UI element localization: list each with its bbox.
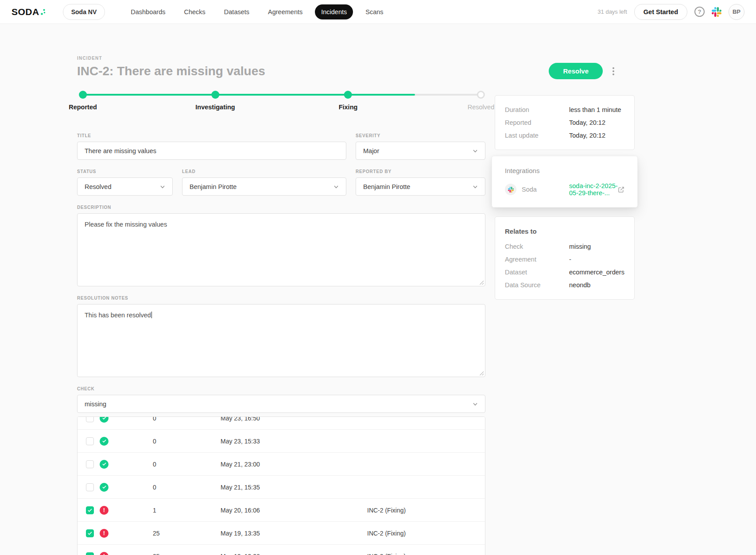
resolution-notes-text: This has been resolved [85, 312, 151, 319]
scan-value: 0 [153, 438, 221, 445]
check-value: missing [85, 401, 106, 408]
scan-date: May 21, 23:00 [221, 461, 367, 468]
nav-item-incidents[interactable]: Incidents [315, 4, 353, 19]
relates-to-card: Relates to Check missing Agreement - Dat… [495, 216, 635, 300]
relates-agreement-label: Agreement [505, 256, 569, 263]
trial-days-left: 31 days left [597, 8, 627, 15]
row-checkbox[interactable] [86, 506, 94, 514]
reported-label: Reported [505, 119, 569, 126]
row-checkbox[interactable] [86, 529, 94, 537]
resolve-button[interactable]: Resolve [549, 63, 603, 79]
reported-by-select[interactable]: Benjamin Pirotte [356, 177, 485, 196]
check-status-icon: ! [100, 529, 109, 538]
progress-step-label: Investigating [195, 104, 235, 111]
title-label: TITLE [77, 133, 346, 138]
scan-incident: INC-2 (Fixing) [367, 530, 485, 537]
soda-logo-dots-icon [40, 7, 46, 16]
status-select[interactable]: Resolved [77, 177, 173, 196]
scan-results-table: ! 0 May 23, 16:50 ! 0 May 23, 15:33 [77, 416, 485, 555]
check-status-icon: ! [100, 483, 109, 492]
slack-icon[interactable] [712, 7, 721, 17]
relates-dataset-link[interactable]: ecommerce_orders [569, 269, 624, 276]
scan-incident: INC-2 (Fixing) [367, 507, 485, 514]
relates-check-label: Check [505, 243, 569, 250]
scan-row[interactable]: ! 0 May 23, 16:50 [78, 416, 485, 430]
integrations-card: Integrations Soda soda-inc-2-2025-05-29-… [492, 156, 638, 208]
user-avatar[interactable]: BP [729, 4, 744, 20]
description-label: DESCRIPTION [77, 205, 485, 210]
integration-channel-link[interactable]: soda-inc-2-2025-05-29-there-... [569, 182, 618, 197]
chevron-down-icon [333, 184, 339, 189]
help-icon[interactable]: ? [694, 7, 705, 17]
incident-summary-card: Duration less than 1 minute Reported Tod… [495, 95, 635, 150]
check-status-icon: ! [100, 460, 109, 469]
scan-date: May 23, 16:50 [221, 416, 367, 422]
nav-item-agreements[interactable]: Agreements [262, 4, 309, 19]
scan-value: 1 [153, 507, 221, 514]
row-checkbox[interactable] [86, 416, 94, 422]
reported-value: Today, 20:12 [569, 119, 605, 126]
scan-row[interactable]: ! 25 May 19, 13:35 INC-2 (Fixing) [78, 522, 485, 545]
lead-select[interactable]: Benjamin Pirotte [182, 177, 346, 196]
chevron-down-icon [473, 148, 478, 154]
scan-value: 25 [153, 553, 221, 555]
integrations-title: Integrations [505, 167, 624, 174]
severity-select[interactable]: Major [356, 142, 485, 160]
scan-row[interactable]: ! 1 May 20, 16:06 INC-2 (Fixing) [78, 499, 485, 522]
scan-value: 0 [153, 461, 221, 468]
incident-page: INCIDENT INC-2: There are missing values… [0, 24, 617, 555]
relates-check-link[interactable]: missing [569, 243, 591, 250]
org-switcher[interactable]: Soda NV [63, 4, 105, 20]
chevron-down-icon [160, 184, 165, 189]
scan-row[interactable]: ! 0 May 21, 23:00 [78, 453, 485, 476]
row-checkbox[interactable] [86, 460, 94, 468]
scan-date: May 20, 16:06 [221, 507, 367, 514]
progress-step: Fixing [339, 91, 358, 111]
last-update-value: Today, 20:12 [569, 132, 605, 139]
top-nav: SODA Soda NV Dashboards Checks Datasets … [0, 0, 756, 24]
nav-item-scans[interactable]: Scans [359, 4, 389, 19]
progress-step: Reported [69, 91, 97, 111]
external-link-icon[interactable] [618, 186, 624, 193]
incident-progress-bar: Reported Investigating Fixing Resolved [77, 91, 485, 118]
resolution-notes-label: RESOLUTION NOTES [77, 296, 485, 301]
row-checkbox[interactable] [86, 483, 94, 491]
progress-dot [211, 91, 219, 99]
soda-logo-text: SODA [12, 7, 39, 17]
scan-value: 0 [153, 416, 221, 422]
description-textarea[interactable]: Please fix the missing values [77, 213, 485, 286]
get-started-button[interactable]: Get Started [634, 4, 687, 20]
title-input[interactable] [77, 142, 346, 160]
nav-right-group: 31 days left Get Started ? BP [597, 4, 744, 20]
check-label: CHECK [77, 386, 485, 391]
soda-logo[interactable]: SODA [12, 7, 46, 17]
relates-to-title: Relates to [505, 227, 624, 235]
relates-agreement-value: - [569, 256, 571, 263]
relates-data-source-label: Data Source [505, 281, 569, 289]
resolution-notes-textarea[interactable]: This has been resolved [77, 304, 485, 377]
more-actions-icon[interactable] [610, 65, 617, 78]
relates-dataset-label: Dataset [505, 269, 569, 276]
status-label: STATUS [77, 169, 173, 174]
nav-item-datasets[interactable]: Datasets [218, 4, 256, 19]
scan-row[interactable]: ! 25 May 19, 13:26 INC-2 (Fixing) [78, 545, 485, 555]
scan-date: May 19, 13:35 [221, 530, 367, 537]
scan-row[interactable]: ! 0 May 23, 15:33 [78, 430, 485, 453]
check-select[interactable]: missing [77, 395, 485, 413]
severity-label: SEVERITY [356, 133, 485, 138]
nav-item-dashboards[interactable]: Dashboards [124, 4, 171, 19]
description-text: Please fix the missing values [85, 221, 167, 228]
progress-track-fill [83, 94, 415, 96]
row-checkbox[interactable] [86, 552, 94, 555]
check-status-icon: ! [100, 552, 109, 555]
primary-nav: Dashboards Checks Datasets Agreements In… [124, 4, 389, 19]
row-checkbox[interactable] [86, 437, 94, 445]
relates-data-source-link[interactable]: neondb [569, 281, 590, 289]
scan-date: May 23, 15:33 [221, 438, 367, 445]
chevron-down-icon [473, 184, 478, 189]
nav-item-checks[interactable]: Checks [178, 4, 211, 19]
scan-date: May 19, 13:26 [221, 553, 367, 555]
reported-by-label: REPORTED BY [356, 169, 485, 174]
scan-row[interactable]: ! 0 May 21, 15:35 [78, 476, 485, 499]
integration-provider: Soda [522, 186, 569, 193]
